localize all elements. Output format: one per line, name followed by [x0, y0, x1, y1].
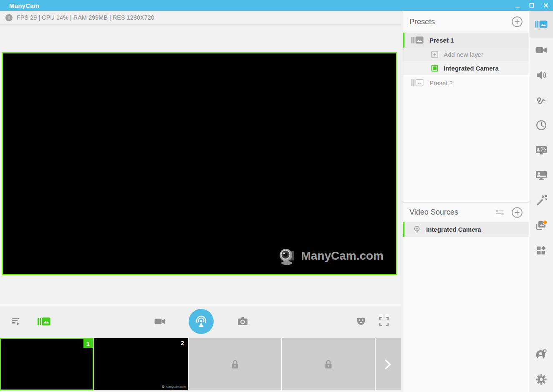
thumbnail-preset-2[interactable]: 2 ManyCam.com: [94, 338, 188, 390]
add-video-source-button[interactable]: [511, 207, 523, 218]
sidebar-item-widgets[interactable]: [529, 238, 553, 263]
info-icon[interactable]: [5, 14, 13, 21]
right-panel: Presets Preset 1: [403, 11, 529, 392]
video-preview: ManyCam.com: [2, 52, 397, 275]
video-source-label: Integrated Camera: [426, 226, 481, 233]
lock-icon: [230, 359, 240, 369]
mask-icon: [356, 316, 366, 326]
manycam-window: ManyCam FPS 29 | CPU 14% | RA: [0, 0, 553, 392]
thumbnails-scroll-right-button[interactable]: [376, 338, 401, 390]
preset-item-1[interactable]: Preset 1: [403, 33, 529, 48]
sidebar-item-audio[interactable]: [529, 63, 553, 88]
presets-empty-space: [403, 90, 529, 202]
close-icon: [543, 3, 548, 8]
statusbar: FPS 29 | CPU 14% | RAM 299MB | RES 1280X…: [0, 11, 401, 25]
thumbnail-watermark: ManyCam.com: [162, 385, 186, 389]
account-icon: [535, 349, 547, 360]
preview-container: ManyCam.com: [0, 25, 401, 305]
thumbnail-badge: 1: [83, 339, 93, 348]
sidebar-item-magic-wand[interactable]: [529, 188, 553, 213]
playlist-button[interactable]: [11, 317, 22, 326]
preset-icon: [411, 36, 424, 44]
media-gallery-icon: [535, 220, 547, 231]
preset-label: Preset 1: [429, 37, 454, 44]
video-source-item-integrated-camera[interactable]: Integrated Camera: [403, 222, 529, 237]
add-layer-label: Add new layer: [444, 51, 483, 58]
broadcast-icon: [194, 315, 208, 328]
chevron-right-icon: [385, 359, 391, 369]
speaker-icon: [536, 70, 547, 81]
broadcast-button[interactable]: [189, 309, 214, 334]
draw-squiggle-icon: [536, 95, 547, 106]
camera-layer-icon: [431, 65, 438, 72]
sidebar-item-presets[interactable]: [529, 11, 553, 38]
lower-thirds-icon: [535, 170, 547, 180]
performance-stats: FPS 29 | CPU 14% | RAM 299MB | RES 1280X…: [17, 14, 154, 21]
feature-sidebar: [529, 11, 553, 392]
maximize-icon: [529, 3, 534, 8]
fullscreen-button[interactable]: [379, 316, 389, 326]
widgets-icon: [536, 245, 546, 255]
watermark: ManyCam.com: [278, 246, 384, 266]
active-indicator: [403, 222, 404, 237]
settings-gear-icon: [536, 374, 547, 385]
sidebar-item-draw[interactable]: [529, 88, 553, 113]
bottom-toolbar: [0, 305, 401, 338]
plus-circle-icon: [511, 207, 523, 218]
masks-button[interactable]: [356, 316, 366, 326]
presets-icon: [535, 20, 548, 28]
minimize-button[interactable]: [510, 0, 525, 11]
webcam-logo-icon: [162, 385, 165, 389]
sliders-icon: [495, 210, 505, 215]
sidebar-item-effects-screen[interactable]: [529, 138, 553, 163]
effects-screen-icon: [535, 145, 547, 155]
close-button[interactable]: [539, 0, 553, 11]
preset-label: Preset 2: [429, 79, 453, 86]
preset-thumbnails: 1 2 ManyCam.com: [0, 338, 401, 392]
main-area: FPS 29 | CPU 14% | RAM 299MB | RES 1280X…: [0, 11, 401, 392]
add-preset-button[interactable]: [511, 16, 523, 28]
fullscreen-icon: [379, 316, 389, 326]
watermark-text: ManyCam.com: [301, 249, 384, 263]
thumbnail-number: 2: [181, 339, 184, 346]
presets-button[interactable]: [37, 317, 51, 326]
sidebar-item-account[interactable]: [529, 342, 553, 367]
sidebar-item-lower-thirds[interactable]: [529, 163, 553, 188]
playlist-icon: [11, 317, 22, 326]
preset-icon: [411, 78, 424, 87]
notification-dot: [543, 220, 547, 225]
active-indicator: [403, 33, 404, 48]
video-camera-button[interactable]: [154, 317, 165, 326]
video-camera-icon: [535, 46, 547, 55]
presets-panel-header: Presets: [403, 11, 529, 33]
maximize-button[interactable]: [525, 0, 539, 11]
presets-icon: [37, 317, 51, 326]
thumbnail-locked-4[interactable]: [282, 338, 375, 390]
plus-circle-icon: [511, 16, 523, 28]
clock-icon: [536, 120, 547, 131]
video-sources-header: Video Sources: [403, 203, 529, 222]
add-layer-icon: [431, 51, 438, 58]
video-sources-title: Video Sources: [409, 208, 489, 217]
sidebar-item-video[interactable]: [529, 38, 553, 63]
magic-wand-icon: [535, 194, 548, 207]
video-sources-settings-button[interactable]: [495, 210, 505, 215]
webcam-icon: [413, 225, 421, 233]
window-controls: [510, 0, 553, 11]
layer-label: Integrated Camera: [444, 65, 499, 72]
presets-panel-title: Presets: [409, 18, 505, 26]
titlebar: ManyCam: [0, 0, 553, 11]
sidebar-item-settings[interactable]: [529, 367, 553, 392]
snapshot-button[interactable]: [237, 316, 248, 326]
add-new-layer-item[interactable]: Add new layer: [403, 48, 529, 61]
minimize-icon: [515, 3, 520, 8]
thumbnail-locked-3[interactable]: [189, 338, 281, 390]
preset-item-2[interactable]: Preset 2: [403, 75, 529, 90]
lock-icon: [323, 359, 333, 369]
sidebar-item-time[interactable]: [529, 113, 553, 138]
thumbnail-preset-1[interactable]: 1: [0, 338, 93, 390]
layer-item-integrated-camera[interactable]: Integrated Camera: [403, 61, 529, 75]
sidebar-item-media-gallery[interactable]: [529, 213, 553, 238]
window-title: ManyCam: [0, 2, 39, 9]
video-camera-icon: [154, 317, 165, 326]
